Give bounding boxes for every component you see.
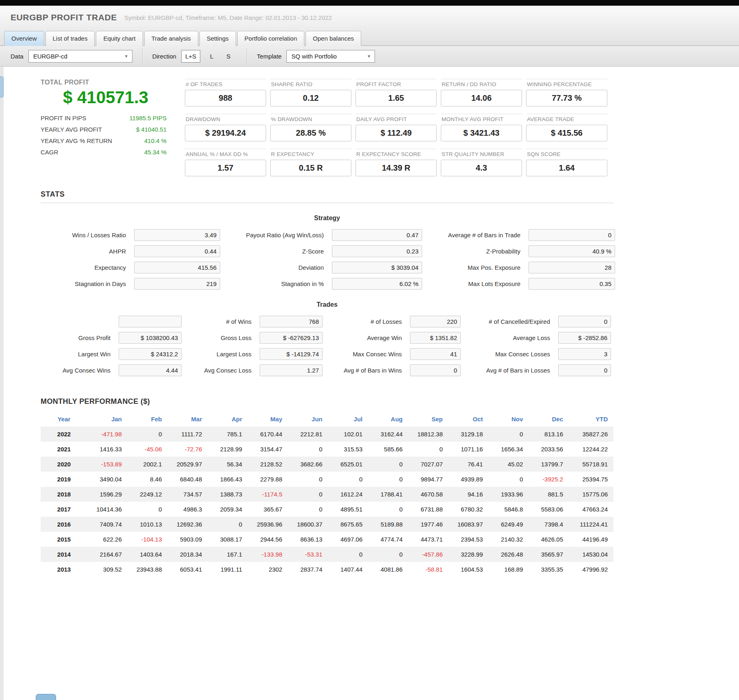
kpi-cell: STR QUALITY NUMBER 4.3 [441, 149, 522, 176]
monthly-cell: 0 [128, 427, 168, 442]
monthly-year: 2015 [41, 532, 87, 547]
profit-summary: TOTAL PROFIT $ 410571.3 PROFIT IN PIPS 1… [41, 79, 167, 176]
tab-open-balances[interactable]: Open balances [306, 31, 361, 46]
kpi-cell: WINNING PERCENTAGE 77.73 % [526, 79, 607, 106]
tab-overview[interactable]: Overview [4, 31, 44, 46]
monthly-header: Dec [529, 412, 569, 427]
stat-value: 3 [558, 348, 611, 360]
toolbar-divider [142, 48, 143, 64]
template-label: Template [257, 53, 282, 60]
monthly-cell: 0 [288, 472, 328, 487]
tab-trade-analysis[interactable]: Trade analysis [144, 31, 198, 46]
stat-value: 415.56 [134, 262, 220, 273]
monthly-cell: 18600.37 [288, 517, 328, 532]
kpi-cell: DAILY AVG PROFIT $ 112.49 [355, 114, 437, 141]
stat-value: 41 [410, 348, 461, 360]
monthly-cell: 8636.13 [288, 532, 328, 547]
stat-label: Gross Loss [190, 334, 251, 341]
stats-section-title: STATS [41, 190, 739, 199]
monthly-cell: 47663.24 [569, 502, 613, 517]
kpi-cell: MONTHLY AVG PROFIT $ 3421.43 [441, 114, 522, 141]
stat-label: # of Losses [331, 318, 402, 325]
stat-label: Stagnation in Days [41, 280, 126, 287]
section-divider [41, 203, 613, 203]
monthly-cell: -153.89 [87, 457, 128, 472]
tab-settings[interactable]: Settings [199, 31, 236, 46]
kpi-cell: DRAWDOWN $ 29194.24 [185, 114, 266, 141]
monthly-cell: 25936.96 [248, 517, 288, 532]
summary-row-label: PROFIT IN PIPS [41, 115, 86, 121]
monthly-cell: 47996.92 [569, 562, 613, 577]
bottom-left-button[interactable] [36, 694, 56, 700]
stat-label: Expectancy [41, 264, 126, 271]
monthly-cell: 4473.71 [408, 532, 449, 547]
direction-option-short[interactable]: S [220, 50, 237, 62]
monthly-year: 2021 [41, 442, 87, 457]
monthly-cell: 12692.36 [168, 517, 208, 532]
monthly-cell: 1866.43 [208, 472, 248, 487]
tab-portfolio-correlation[interactable]: Portfolio correlation [237, 31, 304, 46]
kpi-label: RETURN / DD RATIO [441, 81, 522, 90]
direction-option-long[interactable]: L [204, 50, 220, 62]
stat-label: Avg # of Bars in Losses [469, 367, 550, 374]
monthly-cell: 1933.96 [489, 487, 529, 502]
kpi-value: 1.64 [526, 160, 607, 176]
kpi-cell: SHARPE RATIO 0.12 [270, 79, 351, 106]
summary-row: CAGR 45.34 % [41, 149, 167, 156]
strategy-subsection-title: Strategy [41, 215, 613, 222]
stat-label: Max Consec Wins [331, 351, 402, 358]
monthly-cell: 2164.67 [87, 547, 128, 562]
monthly-header: Jan [87, 412, 128, 427]
tab-equity-chart[interactable]: Equity chart [96, 31, 143, 46]
kpi-cell: R EXPECTANCY SCORE 14.39 R [355, 149, 437, 176]
stat-value: $ 1038200.43 [119, 332, 182, 344]
monthly-cell: 8.46 [128, 472, 168, 487]
monthly-performance-table: YearJanFebMarAprMayJunJulAugSepOctNovDec… [41, 412, 613, 577]
monthly-cell: 1403.64 [128, 547, 168, 562]
kpi-cell: AVERAGE TRADE $ 415.56 [526, 114, 607, 141]
template-dropdown[interactable]: SQ with Portfolio ▼ [286, 50, 375, 63]
kpi-cell: RETURN / DD RATIO 14.06 [441, 79, 522, 106]
monthly-cell: 0 [408, 442, 449, 457]
monthly-row: 20193490.048.466840.481866.432279.880009… [41, 472, 613, 487]
report-subtitle: Symbol: EURGBP-cd, Timeframe: M5, Date R… [124, 14, 332, 21]
monthly-cell: 585.66 [368, 442, 408, 457]
total-profit-value: $ 410571.3 [45, 88, 167, 107]
monthly-cell: 4626.05 [529, 532, 569, 547]
direction-toggle: L+S L S [181, 50, 237, 63]
stat-value: $ 24312.2 [119, 348, 182, 360]
tab-list-of-trades[interactable]: List of trades [46, 31, 95, 46]
kpi-cell: % DRAWDOWN 28.85 % [270, 114, 351, 141]
summary-row: PROFIT IN PIPS 11985.5 PIPS [41, 115, 167, 121]
monthly-row: 20211416.33-45.06-72.762128.993154.47031… [41, 442, 613, 457]
monthly-cell: 3565.97 [529, 547, 569, 562]
monthly-cell: 309.52 [87, 562, 128, 577]
kpi-value: 0.15 R [270, 160, 351, 176]
monthly-cell: 6840.48 [168, 472, 208, 487]
monthly-cell: 622.26 [87, 532, 128, 547]
stat-label: AHPR [41, 248, 126, 255]
monthly-cell: 7409.74 [87, 517, 128, 532]
kpi-label: AVERAGE TRADE [526, 116, 607, 125]
monthly-cell: 4939.89 [449, 472, 489, 487]
monthly-cell: 0 [288, 502, 328, 517]
data-dropdown-value: EURGBP-cd [33, 53, 67, 60]
stat-label: Deviation [228, 264, 324, 271]
direction-option-long-short[interactable]: L+S [181, 50, 200, 63]
summary-row-value: 11985.5 PIPS [130, 115, 167, 121]
monthly-year: 2022 [41, 427, 87, 442]
kpi-label: SQN SCORE [526, 151, 607, 160]
kpi-value: 28.85 % [270, 125, 351, 141]
kpi-label: STR QUALITY NUMBER [441, 151, 522, 160]
data-dropdown[interactable]: EURGBP-cd ▼ [28, 50, 132, 63]
monthly-cell: 5846.8 [489, 502, 529, 517]
monthly-cell: 2018.34 [168, 547, 208, 562]
monthly-year: 2014 [41, 547, 87, 562]
monthly-row: 2020-153.892002.120529.9756.342128.52368… [41, 457, 613, 472]
stat-label: Average Win [331, 334, 402, 341]
stat-value: 0.23 [332, 245, 422, 257]
monthly-cell: 2944.56 [248, 532, 288, 547]
kpi-label: R EXPECTANCY [270, 151, 351, 160]
stat-value: 0.47 [332, 229, 422, 241]
stat-value: 40.9 % [529, 245, 615, 257]
